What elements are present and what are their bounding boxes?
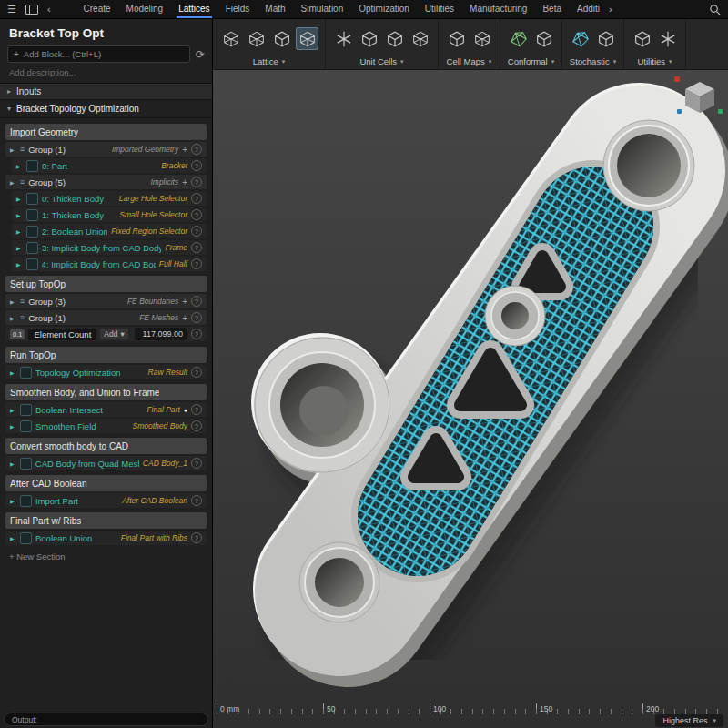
help-icon[interactable]: ? [191, 258, 202, 269]
notebook-row[interactable]: Convert smooth body to CAD [5, 438, 207, 454]
add-block-input[interactable]: + Add Block... (Ctrl+L) [7, 46, 190, 63]
collapse-arrow-icon[interactable]: ▶ [16, 196, 23, 202]
scene-canvas[interactable] [213, 70, 728, 728]
notebook-row[interactable]: Final Part w/ Ribs [5, 512, 207, 529]
collapse-arrow-icon[interactable]: ▶ [10, 535, 16, 541]
help-icon[interactable]: ? [191, 193, 202, 204]
stochastic-mesh-icon[interactable] [569, 27, 592, 50]
cell-map-icon[interactable] [470, 27, 493, 50]
inputs-section-header[interactable]: ▸ Inputs [0, 83, 212, 100]
collapse-arrow-icon[interactable]: ▶ [10, 498, 16, 504]
collapse-arrow-icon[interactable]: ▶ [10, 179, 16, 186]
topology-section-header[interactable]: ▾ Bracket Topology Optimization [0, 100, 212, 118]
help-icon[interactable]: ? [191, 160, 202, 171]
help-icon[interactable]: ? [191, 296, 202, 307]
unit-cell-cube-icon[interactable] [383, 27, 406, 50]
notebook-row[interactable]: ▶ 0: Thicken Body Large Hole Selector ? [12, 191, 207, 206]
help-icon[interactable]: ? [191, 495, 202, 506]
collapse-arrow-icon[interactable]: ▶ [10, 460, 16, 467]
collapse-arrow-icon[interactable]: ▶ [16, 163, 23, 169]
add-to-group-icon[interactable]: + [182, 177, 187, 187]
unit-cell-cube-icon[interactable] [358, 27, 380, 50]
notebook-row[interactable]: Set up TopOp [5, 276, 207, 292]
menu-tab[interactable]: Utilities [425, 0, 454, 18]
menu-tab[interactable]: Simulation [301, 0, 344, 18]
collapse-arrow-icon[interactable]: ▶ [16, 261, 23, 268]
notebook-row[interactable]: ▶ Import Part After CAD Boolean ? [5, 493, 207, 508]
add-dropdown[interactable]: Add ▾ [100, 329, 127, 339]
notebook-row[interactable]: ▶ Boolean Union Final Part with Ribs ? [5, 531, 207, 545]
new-section-button[interactable]: + New Section [0, 545, 212, 568]
output-bar[interactable]: Output: [4, 713, 208, 726]
notebook-row[interactable]: After CAD Boolean [5, 475, 207, 491]
menu-scroll-left-icon[interactable]: ‹ [47, 0, 51, 18]
menu-tab[interactable]: Beta [542, 0, 561, 18]
description-placeholder[interactable]: Add description... [9, 67, 203, 77]
help-icon[interactable]: ? [191, 367, 202, 378]
help-icon[interactable]: ? [191, 532, 202, 543]
menu-scroll-right-icon[interactable]: › [609, 0, 612, 18]
collapse-arrow-icon[interactable]: ▶ [10, 369, 16, 376]
stochastic-cube-icon[interactable] [594, 27, 617, 50]
collapse-arrow-icon[interactable]: ▶ [10, 298, 16, 305]
help-icon[interactable]: ? [191, 420, 202, 431]
lattice-tool-icon[interactable] [270, 27, 293, 50]
unit-cells-dropdown[interactable]: Unit Cells▾ [359, 56, 403, 68]
utility-cube-plus-icon[interactable] [631, 27, 653, 50]
notebook-row[interactable]: ▶ ≡ Group (1) Imported Geometry + ? [5, 142, 207, 157]
help-icon[interactable]: ? [191, 226, 202, 237]
notebook-row[interactable]: Run TopOp [5, 347, 207, 363]
notebook-row[interactable]: ▶ Boolean Intersect Final Part ● ? [5, 402, 207, 417]
conformal-dropdown[interactable]: Conformal▾ [508, 56, 554, 68]
cell-maps-dropdown[interactable]: Cell Maps▾ [447, 56, 492, 68]
add-to-group-icon[interactable]: + [182, 297, 187, 307]
notebook-row[interactable]: ▶ 2: Boolean Union Fixed Region Selector… [12, 224, 207, 238]
conformal-cube-icon[interactable] [532, 27, 555, 50]
element-count-row[interactable]: 0.1 Element Count Add ▾ 117,099.00 ? [5, 327, 207, 341]
help-icon[interactable]: ? [191, 458, 202, 469]
notebook-row[interactable]: ▶ Smoothen Field Smoothed Body ? [5, 419, 207, 433]
notebook-row[interactable]: ▶ ≡ Group (3) FE Boundaries + ? [5, 294, 207, 308]
notebook-row[interactable]: ▶ ≡ Group (5) Implicits + ? [5, 175, 207, 189]
notebook-row[interactable]: Import Geometry [5, 124, 207, 140]
lattice-tool-icon[interactable] [245, 27, 268, 50]
notebook-row[interactable]: ▶ CAD Body from Quad Mesh CAD Body_1 ? [5, 456, 207, 470]
viewport-3d[interactable]: 0 mm50100150200 Highest Res ▾ [213, 70, 728, 728]
menu-tab[interactable]: Create [84, 0, 111, 18]
menu-tab[interactable]: Manufacturing [470, 0, 527, 18]
help-icon[interactable]: ? [191, 329, 202, 339]
help-icon[interactable]: ? [191, 209, 202, 220]
menu-tab[interactable]: Math [265, 0, 285, 18]
notebook-row[interactable]: ▶ 4: Implicit Body from CAD Body Full Ha… [12, 257, 207, 271]
notebook-row[interactable]: Smoothen Body, and Union to Frame [5, 384, 207, 400]
collapse-arrow-icon[interactable]: ▶ [10, 407, 16, 413]
help-icon[interactable]: ? [191, 312, 202, 323]
menu-tab[interactable]: Lattices [178, 0, 209, 18]
resolution-selector[interactable]: Highest Res ▾ [655, 714, 723, 727]
lattice-dropdown[interactable]: Lattice▾ [253, 56, 286, 68]
add-to-group-icon[interactable]: + [182, 313, 187, 323]
menu-tab[interactable]: Modeling [126, 0, 164, 18]
conformal-mesh-icon[interactable] [507, 27, 530, 50]
cell-map-icon[interactable] [445, 27, 468, 50]
search-icon[interactable] [709, 4, 721, 15]
notebook-row[interactable]: ▶ 3: Implicit Body from CAD Body Frame ? [12, 240, 207, 255]
add-to-group-icon[interactable]: + [182, 145, 187, 155]
collapse-arrow-icon[interactable]: ▶ [10, 423, 16, 430]
collapse-arrow-icon[interactable]: ▶ [16, 245, 23, 251]
notebook-row[interactable]: ▶ ≡ Group (1) FE Meshes + ? [5, 310, 207, 325]
lattice-tool-selected-icon[interactable] [296, 27, 318, 50]
collapse-arrow-icon[interactable]: ▶ [10, 315, 16, 321]
collapse-arrow-icon[interactable]: ▶ [10, 147, 16, 153]
notebook-row[interactable]: ▶ 0: Part Bracket ? [12, 158, 207, 173]
lattice-tool-icon[interactable] [219, 27, 242, 50]
layout-panels-icon[interactable] [25, 5, 38, 15]
collapse-arrow-icon[interactable]: ▶ [16, 228, 23, 235]
help-icon[interactable]: ? [191, 404, 202, 415]
notebook-row[interactable]: ▶ 1: Thicken Body Small Hole Selector ? [12, 207, 207, 222]
unit-cell-star-icon[interactable] [332, 27, 355, 50]
unit-cell-cube-icon[interactable] [409, 27, 431, 50]
element-count-value[interactable]: 117,099.00 [135, 328, 187, 340]
menu-tab[interactable]: Additi [577, 0, 600, 18]
utility-cube-x-icon[interactable] [656, 27, 679, 50]
